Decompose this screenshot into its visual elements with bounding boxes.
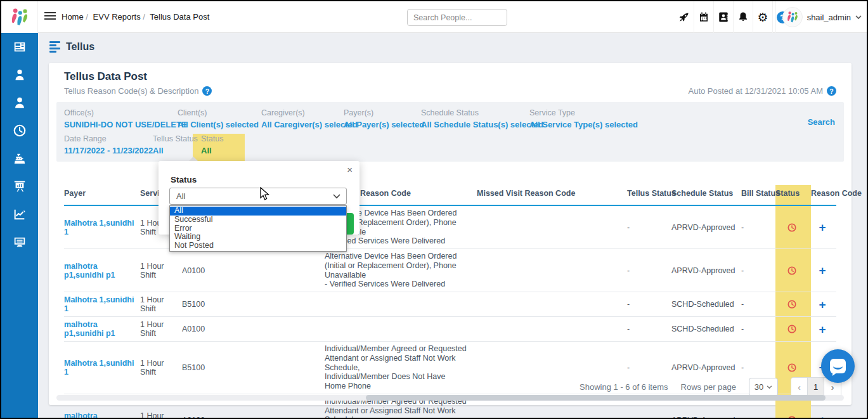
sidebar-item-clients[interactable] (1, 89, 38, 117)
sidebar-item-schedules[interactable] (1, 117, 38, 145)
subtitle-help-icon[interactable]: ? (202, 86, 212, 96)
reason-cell (325, 317, 470, 342)
user-avatar (782, 7, 803, 27)
payer-link[interactable]: Malhotra 1,sunidhi 1 (64, 292, 140, 317)
breadcrumb-evv-reports[interactable]: EVV Reports (93, 12, 145, 22)
add-reason-code-button[interactable]: + (819, 323, 826, 335)
breadcrumb-home[interactable]: Home (62, 12, 88, 22)
option-successful[interactable]: Successful (170, 216, 346, 224)
add-reason-code-button[interactable]: + (819, 414, 826, 419)
filter-service-type-value[interactable]: All Service Type(s) selected (529, 120, 638, 129)
card-title: Tellus Data Post (64, 70, 147, 83)
payer-link[interactable]: Malhotra 1,sunidhi 1 (64, 342, 140, 394)
breadcrumb-current: Tellus Data Post (150, 12, 209, 22)
filter-payer-label: Payer(s) (344, 108, 424, 117)
status-select[interactable]: All (169, 188, 347, 205)
tellus-status-cell: - (627, 205, 671, 249)
filter-tellus-status-value[interactable]: All (153, 146, 198, 155)
filter-payer: Payer(s) All Payer(s) selected (344, 108, 424, 129)
rows-per-page-select[interactable]: 30 (749, 378, 778, 396)
sidebar-item-monitoring[interactable] (1, 228, 38, 256)
menu-toggle-icon[interactable] (44, 12, 56, 21)
filter-date-range-label: Date Range (64, 134, 153, 143)
sidebar-item-caregivers[interactable] (1, 61, 38, 89)
filter-office: Office(s) SUNIDHI-DO NOT USE/DELETE (64, 108, 187, 129)
missed-cell (470, 292, 627, 317)
add-reason-code-button[interactable]: + (819, 221, 826, 233)
search-input[interactable] (408, 13, 519, 22)
col-bill-status: Bill Status (741, 185, 775, 205)
not-posted-clock-icon (787, 325, 796, 333)
chevron-down-icon (855, 15, 862, 20)
option-waiting[interactable]: Waiting (170, 233, 346, 242)
col-missed-visit-reason: Missed Visit Reason Code (470, 185, 627, 205)
breadcrumb: Home EVV Reports Tellus Data Post (62, 12, 212, 22)
filter-status-label: Status (201, 134, 223, 143)
service-cell: 1 Hour Shift (140, 292, 182, 317)
filter-client-label: Client(s) (178, 108, 259, 117)
payer-link[interactable]: Malhotra 1,sunidhi 1 (64, 205, 140, 249)
status-cell (775, 317, 811, 342)
tellus-status-cell: - (627, 317, 671, 342)
filter-search-link[interactable]: Search (808, 117, 835, 127)
filter-status-value[interactable]: All (201, 146, 223, 155)
tellus-status-cell: - (627, 249, 671, 292)
card-subtitle: Tellus Reason Code(s) & Description ? (64, 86, 212, 96)
settings-gear-icon[interactable]: ⚙ (753, 1, 772, 33)
filter-schedule-status-value[interactable]: All Schedule Status(s) selected (421, 120, 543, 129)
notifications-bell-icon[interactable] (733, 1, 753, 33)
code-cell: B5100 (182, 292, 325, 317)
not-posted-clock-icon (787, 300, 796, 309)
not-posted-clock-icon (787, 363, 796, 372)
filter-office-label: Office(s) (64, 108, 187, 117)
status-cell (775, 292, 811, 317)
filter-caregiver-value[interactable]: All Caregiver(s) selected (261, 120, 358, 129)
service-cell: 1 Hour Shift (140, 342, 182, 394)
filter-office-value[interactable]: SUNIDHI-DO NOT USE/DELETE (64, 120, 187, 129)
payer-link[interactable]: malhotra p1,sunidhi p1 (64, 249, 140, 292)
close-icon[interactable]: × (347, 164, 353, 175)
client-icon (13, 96, 27, 110)
option-not-posted[interactable]: Not Posted (170, 242, 346, 250)
sidebar-item-analytics[interactable] (1, 200, 38, 228)
filter-client-value[interactable]: All Client(s) selected (178, 120, 259, 129)
auto-posted-help-icon[interactable]: ? (827, 86, 836, 96)
app-logo[interactable] (1, 1, 38, 33)
clock-icon (13, 124, 27, 138)
filter-date-range-value[interactable]: 11/17/2022 - 11/23/2022 (64, 146, 153, 155)
people-search (407, 9, 507, 26)
filter-summary: Office(s) SUNIDHI-DO NOT USE/DELETE Clie… (56, 102, 844, 162)
topbar: Home EVV Reports Tellus Data Post ⚙ (1, 1, 867, 33)
option-error[interactable]: Error (170, 224, 346, 233)
showing-count: Showing 1 - 6 of 6 items (580, 382, 668, 392)
page-title-text: Tellus (66, 41, 94, 53)
cash-register-icon (13, 151, 27, 165)
rocket-icon[interactable] (674, 1, 694, 33)
sidebar-item-dashboard[interactable] (1, 33, 38, 61)
code-cell: B5100 (182, 342, 325, 394)
contacts-icon[interactable] (713, 1, 733, 33)
status-cell (775, 249, 811, 292)
bill-status-cell: - (741, 292, 775, 317)
prev-page-button[interactable]: ‹ (791, 378, 808, 396)
current-page[interactable]: 1 (808, 378, 824, 396)
payer-link[interactable]: malhotra p1,sunidhi p1 (64, 317, 140, 342)
presentation-chart-icon (13, 179, 27, 193)
chat-launcher-button[interactable] (821, 349, 855, 383)
add-reason-code-button[interactable]: + (819, 264, 826, 276)
add-reason-code-button[interactable]: + (819, 299, 826, 311)
user-menu[interactable]: shail_admin (775, 1, 862, 33)
sidebar-item-reports[interactable] (1, 172, 38, 200)
missed-cell (470, 249, 627, 292)
calendar-icon[interactable] (694, 1, 713, 33)
filter-service-type-label: Service Type (529, 108, 638, 117)
code-cell: A0100 (182, 249, 325, 292)
filter-payer-value[interactable]: All Payer(s) selected (344, 120, 424, 129)
option-all[interactable]: All (170, 207, 346, 216)
topbar-icons: ⚙ ? (674, 1, 792, 33)
not-posted-clock-icon (787, 416, 796, 419)
horizontal-scrollbar-thumb[interactable] (366, 395, 826, 401)
service-cell: 1 Hour Shift (140, 317, 182, 342)
sidebar-item-billing[interactable] (1, 145, 38, 172)
missed-cell (470, 317, 627, 342)
